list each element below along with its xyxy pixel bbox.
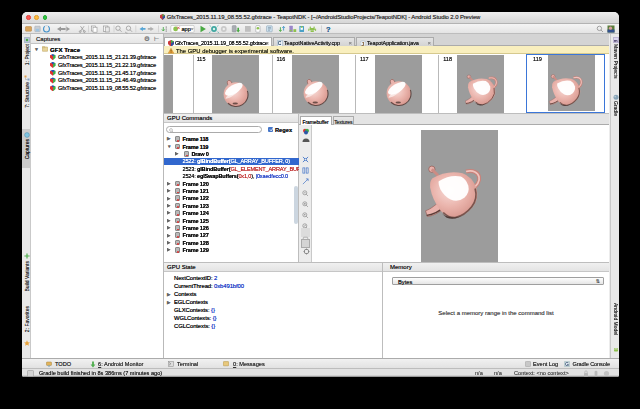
svg-text:m: m [614,38,618,43]
svg-text:G: G [565,362,569,367]
svg-text:?: ? [326,25,331,34]
svg-text:app: app [182,26,191,32]
